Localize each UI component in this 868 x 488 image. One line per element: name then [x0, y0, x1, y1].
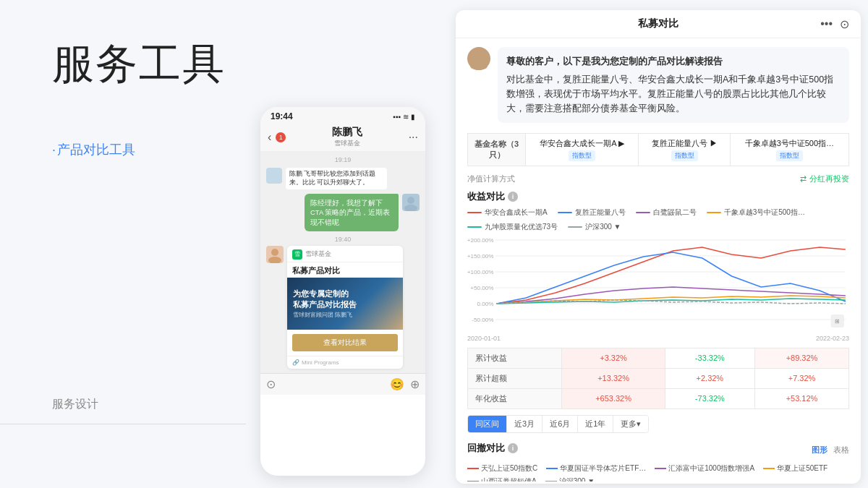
card-image-line2: 私募产品对比报告 — [293, 299, 357, 310]
voice-icon[interactable]: ⊙ — [266, 377, 276, 391]
stats-val-0-3: +89.32% — [755, 348, 849, 368]
svg-text:+50.00%: +50.00% — [470, 285, 493, 291]
phone-time: 19:44 — [271, 111, 293, 121]
tab-period-2[interactable]: 近6月 — [542, 416, 578, 432]
user-message-text: 陈经理好，我想了解下 CTA 策略的产品，近期表现不错呢 — [305, 194, 399, 231]
stats-val-1-1: +13.32% — [562, 368, 665, 388]
nav-contact-info: 陈鹏飞 雪球基金 — [290, 126, 404, 148]
svg-point-3 — [268, 257, 281, 263]
main-title: 服务工具 — [52, 36, 226, 93]
legend-item-1: 复胜正能量八号 — [558, 207, 626, 218]
left-section: 服务工具 产品对比工具 服务设计 — [52, 0, 262, 488]
svg-text:+150.00%: +150.00% — [467, 253, 494, 260]
calc-method-label[interactable]: 净值计算方式 — [467, 174, 515, 184]
mini-program-card[interactable]: 雪 雪球基金 私募产品对比 为您专属定制的 私募产品对比报告 雪球财富顾问团 陈… — [287, 246, 403, 369]
card-footer: 🔗 Mini Programs — [287, 356, 403, 369]
topbar-right-icons: ••• ⊙ — [820, 17, 849, 31]
stats-label-2: 年化收益 — [468, 388, 562, 408]
panel-topbar: 私募对比 ••• ⊙ — [456, 10, 861, 38]
dd-legend-2: 汇添富中证1000指数增强A — [655, 463, 754, 474]
chat-area: 19:19 陈鹏 飞哥帮比较您添加到话题来。比比 可以升郊聊大了。 陈经理好，我… — [260, 152, 425, 373]
svg-text:+200.00%: +200.00% — [467, 237, 494, 244]
card-image-sub: 雪球财富顾问团 陈鹏飞 — [293, 311, 357, 319]
more-options-icon[interactable]: ••• — [820, 17, 833, 31]
reinvest-toggle[interactable]: ⇄ 分红再投资 — [800, 174, 849, 184]
stats-val-2-3: +53.12% — [755, 388, 849, 408]
stats-row-2: 年化收益 +653.32% -73.32% +53.12% — [468, 388, 849, 408]
legend-item-3: 千象卓越3号中证500指… — [707, 207, 805, 218]
returns-info-icon[interactable]: i — [508, 192, 518, 202]
legend-item-2: 白鹭鼹鼠二号 — [636, 207, 697, 218]
dd-legend-5: 沪深300 ▼ — [545, 476, 595, 481]
stats-row-1: 累计超额 +13.32% +2.32% +7.32% — [468, 368, 849, 388]
user-avatar — [402, 194, 420, 211]
svg-point-4 — [474, 51, 484, 61]
svg-point-5 — [470, 61, 488, 70]
stats-val-0-2: -33.32% — [665, 348, 754, 368]
back-icon[interactable]: ‹ — [268, 131, 271, 144]
toggle-table[interactable]: 表格 — [833, 445, 849, 455]
stats-row-0: 累计收益 +3.32% -33.32% +89.32% — [468, 348, 849, 368]
settings-icon[interactable]: ⊙ — [840, 17, 849, 31]
section-divider — [0, 424, 246, 424]
ai-bubble: 尊敬的客户，以下是我为您定制的产品对比解读报告 对比基金中，复胜正能量八号、华安… — [498, 47, 849, 123]
chat-time-2: 19:40 — [266, 236, 420, 243]
stats-table: 累计收益 +3.32% -33.32% +89.32% 累计超额 +13.32%… — [467, 348, 849, 409]
returns-chart: +200.00% +150.00% +100.00% +50.00% 0.00%… — [467, 236, 849, 330]
period-tabs[interactable]: 同区间 近3月 近6月 近1年 更多▾ — [467, 415, 649, 433]
legend-item-5: 沪深300 ▼ — [568, 222, 621, 232]
card-header: 雪 雪球基金 — [287, 246, 403, 262]
fund-col-3[interactable]: 千象卓越3号中证500指… 指数型 — [730, 133, 848, 166]
drawdown-title: 回撤对比 i — [467, 442, 518, 455]
miniprogram-label: Mini Programs — [302, 359, 339, 366]
nav-badge: 1 — [276, 132, 286, 142]
emoji-icon[interactable]: 😊 — [390, 377, 404, 391]
fund-comparison-table: 基金名称（3只） 华安合鑫大成长一期A ▶ 指数型 复胜正能量八号 ▶ 指数型 … — [467, 133, 849, 166]
stats-val-0-1: +3.32% — [562, 348, 665, 368]
ai-intro: 尊敬的客户，以下是我为您定制的产品对比解读报告 — [506, 54, 841, 69]
card-sender-avatar — [266, 246, 284, 263]
ai-avatar — [467, 47, 490, 70]
wifi-icon: ≋ — [403, 113, 409, 121]
tab-period-3[interactable]: 近1年 — [578, 416, 613, 432]
stats-label-1: 累计超额 — [468, 368, 562, 388]
signal-icon: ▪▪▪ — [393, 113, 401, 121]
chart-x-labels: 2020-01-01 2022-02-23 — [467, 335, 849, 342]
phone-input-bar: ⊙ 😊 ⊕ — [260, 373, 425, 395]
reinvest-label: 分红再投资 — [809, 174, 849, 184]
miniprogram-icon: 🔗 — [292, 359, 299, 366]
product-label[interactable]: 产品对比工具 — [52, 141, 135, 158]
tab-period-4[interactable]: 更多▾ — [613, 416, 648, 432]
contact-name: 陈鹏飞 — [332, 126, 362, 139]
contact-sub: 雪球基金 — [334, 139, 360, 148]
phone-mockup: 19:44 ▪▪▪ ≋ ▮ ‹ 1 陈鹏飞 雪球基金 ··· 19:19 陈鹏 … — [260, 107, 425, 476]
tab-period-1[interactable]: 近3月 — [507, 416, 542, 432]
drawdown-section-header: 回撤对比 i 图形 表格 — [467, 442, 849, 459]
drawdown-info-icon[interactable]: i — [508, 443, 518, 453]
legend-item-4: 九坤股票量化优选73号 — [467, 222, 558, 232]
tab-period-0[interactable]: 同区间 — [468, 416, 507, 432]
user-chat-bubble: 陈经理好，我想了解下 CTA 策略的产品，近期表现不错呢 — [266, 194, 420, 231]
view-results-button[interactable]: 查看对比结果 — [292, 334, 398, 351]
panel-title: 私募对比 — [638, 17, 678, 30]
reinvest-icon: ⇄ — [800, 174, 807, 184]
phone-status-bar: 19:44 ▪▪▪ ≋ ▮ — [260, 107, 425, 123]
more-icon[interactable]: ··· — [409, 131, 418, 144]
dd-legend-3: 华夏上证50ETF — [763, 463, 827, 474]
returns-section-title: 收益对比 i — [467, 190, 849, 203]
card-image-line1: 为您专属定制的 — [293, 288, 357, 299]
panel-content: 尊敬的客户，以下是我为您定制的产品对比解读报告 对比基金中，复胜正能量八号、华安… — [456, 38, 861, 481]
card-title: 私募产品对比 — [287, 262, 403, 278]
preview-avatar — [266, 168, 282, 184]
toggle-chart[interactable]: 图形 — [812, 445, 827, 455]
chart-legend: 华安合鑫成长一期A 复胜正能量八号 白鹭鼹鼠二号 千象卓越3号中证500指… 九… — [467, 207, 849, 232]
fund-table-header: 基金名称（3只） — [468, 133, 526, 166]
stats-label-0: 累计收益 — [468, 348, 562, 368]
fund-col-1[interactable]: 华安合鑫大成长一期A ▶ 指数型 — [526, 133, 639, 166]
drawdown-toggle[interactable]: 图形 表格 — [812, 445, 849, 455]
fund-col-2[interactable]: 复胜正能量八号 ▶ 指数型 — [639, 133, 730, 166]
card-message: 雪 雪球基金 私募产品对比 为您专属定制的 私募产品对比报告 雪球财富顾问团 陈… — [266, 246, 420, 369]
card-source: 雪球基金 — [305, 249, 331, 259]
comparison-panel: 私募对比 ••• ⊙ 尊敬的客户，以下是我为您定制的产品对比解读报告 对比基金中… — [456, 10, 861, 484]
add-icon[interactable]: ⊕ — [410, 377, 420, 391]
